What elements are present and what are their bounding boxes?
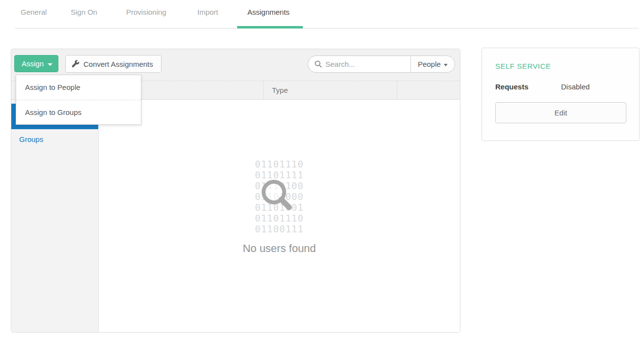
- assign-dropdown-menu: Assign to People Assign to Groups: [16, 75, 141, 125]
- table-header-cell-actions: [397, 81, 460, 99]
- convert-assignments-button[interactable]: Convert Assignments: [65, 55, 161, 73]
- table-header-cell-type: Type: [263, 81, 397, 99]
- self-service-panel: SELF SERVICE Requests Disabled Edit: [482, 48, 640, 141]
- search-input[interactable]: [325, 60, 399, 68]
- assign-button[interactable]: Assign: [14, 55, 58, 72]
- search-control: People: [308, 56, 455, 73]
- magnifier-glass-icon: [257, 176, 296, 215]
- active-tab-indicator: [237, 26, 303, 28]
- assignments-empty-state: 01101110 01101111 01110100 01101000 0110…: [99, 100, 460, 332]
- search-icon: [315, 60, 322, 68]
- tab-bar: General Sign On Provisioning Import Assi…: [0, 0, 644, 28]
- tab-assignments[interactable]: Assignments: [247, 8, 290, 16]
- caret-down-icon: [444, 64, 448, 66]
- tab-bar-divider: [15, 28, 639, 28]
- caret-down-icon: [48, 63, 53, 66]
- sidebar-item-groups[interactable]: Groups: [11, 129, 98, 149]
- binary-row: 01100111: [99, 224, 460, 234]
- search-scope-label: People: [418, 60, 441, 68]
- filter-sidebar: People Groups: [11, 100, 99, 332]
- edit-button[interactable]: Edit: [495, 102, 626, 123]
- assign-button-label: Assign: [22, 59, 44, 68]
- menu-item-assign-to-people[interactable]: Assign to People: [16, 75, 141, 100]
- tab-general[interactable]: General: [21, 8, 47, 16]
- search-scope-dropdown[interactable]: People: [410, 56, 455, 72]
- binary-row: 01101110: [99, 159, 460, 169]
- requests-label: Requests: [495, 83, 561, 91]
- self-service-requests-row: Requests Disabled: [495, 83, 626, 91]
- convert-assignments-label: Convert Assignments: [83, 60, 153, 68]
- menu-item-assign-to-groups[interactable]: Assign to Groups: [16, 100, 141, 124]
- tab-provisioning[interactable]: Provisioning: [126, 8, 166, 16]
- empty-state-message: No users found: [99, 242, 460, 255]
- wrench-icon: [72, 60, 80, 68]
- self-service-title: SELF SERVICE: [495, 62, 626, 70]
- search-box: [308, 56, 410, 72]
- requests-status-value: Disabled: [561, 83, 590, 91]
- tab-import[interactable]: Import: [197, 8, 218, 16]
- tab-sign-on[interactable]: Sign On: [71, 8, 97, 16]
